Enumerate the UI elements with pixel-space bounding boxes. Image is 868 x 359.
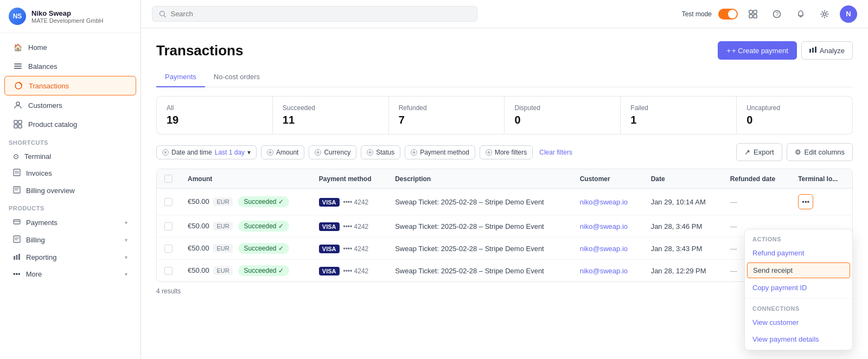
filter-more[interactable]: More filters xyxy=(480,145,533,159)
status-badge: Succeeded ✓ xyxy=(238,265,289,276)
filter-currency[interactable]: Currency xyxy=(309,145,356,159)
clear-filters-button[interactable]: Clear filters xyxy=(539,149,572,156)
sidebar-item-terminal[interactable]: ⊙ Terminal xyxy=(4,149,136,164)
filter-currency-label: Currency xyxy=(324,149,350,156)
status-cards: All 19 Succeeded 11 Refunded 7 Disputed … xyxy=(156,96,853,134)
shortcuts-label: Shortcuts xyxy=(0,134,141,148)
sidebar-item-home[interactable]: 🏠 Home xyxy=(4,38,136,56)
th-checkbox xyxy=(157,169,180,189)
sidebar: NS Niko Sweap MATE Development GmbH 🏠 Ho… xyxy=(0,0,141,359)
context-menu-actions-label: Actions xyxy=(745,232,852,245)
settings-icon[interactable] xyxy=(816,5,833,23)
help-icon[interactable]: ? xyxy=(768,5,786,23)
brand-header[interactable]: NS Niko Sweap MATE Development GmbH xyxy=(0,0,141,33)
filter-amount[interactable]: Amount xyxy=(261,145,304,159)
edit-columns-button[interactable]: ⚙ Edit columns xyxy=(787,143,853,161)
sidebar-item-reporting[interactable]: Reporting ▾ xyxy=(4,249,136,266)
row-customer[interactable]: niko@sweap.io xyxy=(572,260,643,282)
plus-icon: + xyxy=(726,47,731,55)
status-card-uncaptured[interactable]: Uncaptured 0 xyxy=(737,97,852,134)
row-amount: €50.00 EUR Succeeded ✓ xyxy=(180,189,311,215)
sidebar-item-label: More xyxy=(26,270,42,278)
search-bar[interactable] xyxy=(152,6,477,22)
refund-payment-menu-item[interactable]: Refund payment xyxy=(745,245,852,261)
row-description: Sweap Ticket: 2025-02-28 – Stripe Demo E… xyxy=(387,189,572,215)
status-card-all[interactable]: All 19 xyxy=(157,97,273,134)
grid-icon[interactable] xyxy=(744,5,762,23)
topbar-right: Test mode ? N xyxy=(682,5,857,23)
chevron-down-icon: ▾ xyxy=(247,149,251,156)
analyze-button[interactable]: Analyze xyxy=(801,41,853,60)
svg-rect-4 xyxy=(14,120,17,124)
row-customer[interactable]: niko@sweap.io xyxy=(572,189,643,215)
row-customer[interactable]: niko@sweap.io xyxy=(572,238,643,260)
currency-badge: EUR xyxy=(213,266,232,275)
svg-rect-1 xyxy=(14,66,22,67)
status-card-failed[interactable]: Failed 1 xyxy=(621,97,737,134)
tab-payments[interactable]: Payments xyxy=(156,68,205,87)
status-label: Succeeded xyxy=(283,104,379,112)
th-amount: Amount xyxy=(180,169,311,189)
status-card-refunded[interactable]: Refunded 7 xyxy=(389,97,505,134)
currency-badge: EUR xyxy=(213,244,232,253)
search-input[interactable] xyxy=(170,10,470,18)
svg-rect-8 xyxy=(14,169,20,176)
svg-rect-6 xyxy=(14,125,17,128)
payments-icon xyxy=(13,218,21,227)
table-row[interactable]: €50.00 EUR Succeeded ✓ VISA •••• 4242 Sw… xyxy=(157,189,852,215)
copy-payment-id-menu-item[interactable]: Copy payment ID xyxy=(745,279,852,296)
status-label: Uncaptured xyxy=(746,104,843,112)
header-actions: + + Create payment Analyze xyxy=(718,41,853,60)
row-customer[interactable]: niko@sweap.io xyxy=(572,215,643,238)
visa-icon: VISA xyxy=(319,245,340,253)
row-more-button[interactable]: ••• xyxy=(798,194,813,209)
export-button[interactable]: ↗ Export xyxy=(736,143,782,161)
status-card-succeeded[interactable]: Succeeded 11 xyxy=(273,97,389,134)
customers-icon xyxy=(13,100,23,110)
avatar[interactable]: N xyxy=(840,5,857,23)
sidebar-item-balances[interactable]: Balances xyxy=(4,57,136,75)
sidebar-item-customers[interactable]: Customers xyxy=(4,96,136,114)
sidebar-item-invoices[interactable]: Invoices xyxy=(4,165,136,182)
sidebar-item-label: Balances xyxy=(28,62,57,70)
filter-payment-method[interactable]: Payment method xyxy=(405,145,475,159)
status-value: 1 xyxy=(630,114,726,126)
sidebar-item-payments[interactable]: Payments ▾ xyxy=(4,214,136,231)
row-amount: €50.00 EUR Succeeded ✓ xyxy=(180,238,311,260)
sidebar-item-billing-overview[interactable]: Billing overview xyxy=(4,182,136,199)
chevron-down-icon: ▾ xyxy=(125,254,127,260)
th-refunded-date: Refunded date xyxy=(723,169,790,189)
row-checkbox[interactable] xyxy=(164,267,173,275)
create-payment-button[interactable]: + + Create payment xyxy=(718,41,796,60)
sidebar-item-more[interactable]: ••• More ▾ xyxy=(4,266,136,282)
sidebar-item-billing[interactable]: Billing ▾ xyxy=(4,232,136,248)
transactions-icon xyxy=(14,81,23,91)
send-receipt-menu-item[interactable]: Send receipt xyxy=(747,262,850,278)
svg-text:?: ? xyxy=(776,11,779,17)
filter-status[interactable]: Status xyxy=(361,145,400,159)
test-mode-toggle[interactable] xyxy=(718,9,738,20)
brand-name: Niko Sweap xyxy=(31,9,103,17)
row-amount: €50.00 EUR Succeeded ✓ xyxy=(180,260,311,282)
sidebar-item-label: Payments xyxy=(26,219,58,227)
svg-rect-20 xyxy=(16,255,18,260)
billing-icon xyxy=(13,235,21,245)
svg-rect-36 xyxy=(815,47,816,53)
view-customer-menu-item[interactable]: View customer xyxy=(745,314,852,331)
tab-no-cost-orders[interactable]: No-cost orders xyxy=(205,68,269,87)
amount-value: €50.00 xyxy=(188,222,209,230)
row-checkbox[interactable] xyxy=(164,222,173,230)
sidebar-item-label: Product catalog xyxy=(28,120,77,129)
select-all-checkbox[interactable] xyxy=(164,175,173,183)
sidebar-item-product-catalog[interactable]: Product catalog xyxy=(4,115,136,133)
sidebar-item-transactions[interactable]: Transactions xyxy=(4,76,136,95)
view-payment-details-menu-item[interactable]: View payment details xyxy=(745,331,852,348)
row-checkbox[interactable] xyxy=(164,245,173,253)
row-checkbox[interactable] xyxy=(164,198,173,206)
plus-circle-icon xyxy=(315,149,321,156)
bell-icon[interactable] xyxy=(792,5,809,23)
filter-more-label: More filters xyxy=(495,149,527,156)
status-card-disputed[interactable]: Disputed 0 xyxy=(505,97,621,134)
filter-date-time[interactable]: Date and time Last 1 day ▾ xyxy=(156,145,257,159)
plus-circle-icon xyxy=(267,149,273,156)
